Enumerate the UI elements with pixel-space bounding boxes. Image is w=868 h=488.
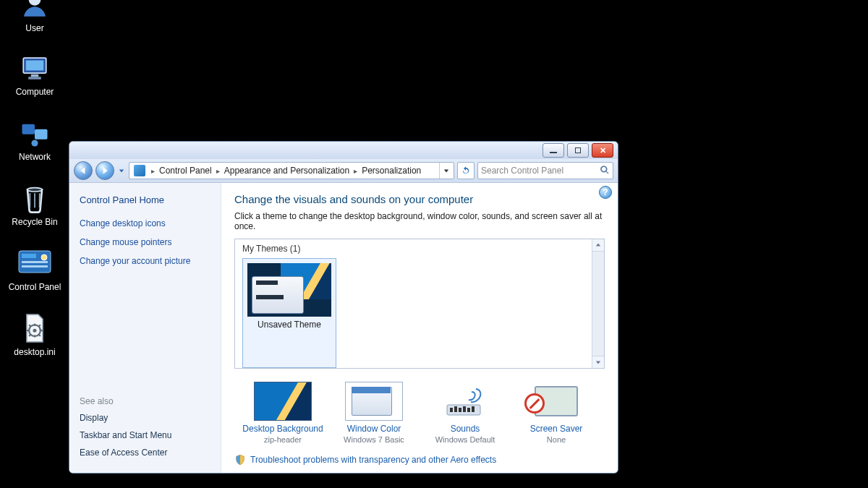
- desktop-icon-network[interactable]: Network: [6, 116, 64, 162]
- svg-point-11: [41, 254, 47, 260]
- window-color-title: Window Color: [331, 424, 417, 434]
- sounds-title: Sounds: [422, 424, 508, 434]
- settings-row: Desktop Background zip-header Window Col…: [234, 382, 605, 444]
- desktop-icon-label: Recycle Bin: [6, 217, 64, 227]
- breadcrumb-separator-icon: ▸: [354, 167, 357, 175]
- svg-point-7: [31, 140, 38, 146]
- crumb-control-panel[interactable]: Control Panel: [158, 166, 213, 176]
- breadcrumb-separator-icon: ▸: [151, 167, 155, 175]
- breadcrumb[interactable]: ▸ Control Panel ▸ Appearance and Persona…: [129, 162, 454, 179]
- window-body: Control Panel Home Change desktop icons …: [69, 183, 618, 473]
- search-icon: [600, 165, 610, 177]
- search-placeholder: Search Control Panel: [481, 166, 563, 176]
- task-change-account-picture[interactable]: Change your account picture: [80, 256, 210, 266]
- desktop-background-value: zip-header: [240, 435, 326, 444]
- desktop-icon-user[interactable]: User: [6, 0, 64, 33]
- desktop-icon-label: Control Panel: [6, 282, 64, 292]
- sidebar: Control Panel Home Change desktop icons …: [69, 183, 221, 473]
- see-also-taskbar[interactable]: Taskbar and Start Menu: [80, 430, 210, 440]
- scroll-down-button[interactable]: [592, 356, 604, 368]
- desktop-icon-label: Network: [6, 152, 64, 162]
- desktop-background-title: Desktop Background: [240, 424, 326, 434]
- sounds-link[interactable]: Sounds Windows Default: [422, 382, 508, 444]
- svg-rect-10: [22, 254, 36, 258]
- sounds-icon: [436, 382, 494, 421]
- maximize-button[interactable]: [567, 143, 589, 158]
- svg-rect-13: [22, 265, 48, 267]
- nav-forward-button[interactable]: [95, 161, 114, 180]
- svg-rect-20: [463, 406, 466, 412]
- page-title: Change the visuals and sounds on your co…: [234, 193, 605, 205]
- svg-rect-3: [31, 74, 39, 77]
- themes-scrollbar[interactable]: [592, 239, 604, 368]
- refresh-button[interactable]: [457, 162, 475, 179]
- desktop-background-icon: [254, 382, 312, 421]
- titlebar[interactable]: [69, 142, 618, 159]
- see-also-display[interactable]: Display: [80, 413, 210, 423]
- svg-rect-19: [459, 408, 461, 412]
- svg-point-15: [33, 329, 36, 333]
- window-color-link[interactable]: Window Color Windows 7 Basic: [331, 382, 417, 444]
- nav-history-dropdown[interactable]: [117, 163, 126, 179]
- desktop-icon-recycle-bin[interactable]: Recycle Bin: [6, 181, 64, 227]
- shield-icon: [234, 454, 246, 466]
- theme-unsaved[interactable]: Unsaved Theme: [242, 258, 336, 368]
- close-button[interactable]: [592, 143, 613, 158]
- see-also-header: See also: [80, 396, 210, 406]
- desktop-icon-label: desktop.ini: [6, 347, 64, 357]
- desktop-icon-desktop-ini[interactable]: desktop.ini: [6, 311, 64, 357]
- crumb-personalization[interactable]: Personalization: [360, 166, 422, 176]
- svg-rect-17: [450, 408, 453, 412]
- desktop-background-link[interactable]: Desktop Background zip-header: [240, 382, 326, 444]
- screen-saver-title: Screen Saver: [514, 424, 599, 434]
- page-subtext: Click a theme to change the desktop back…: [234, 211, 605, 231]
- control-panel-icon: [134, 165, 145, 176]
- svg-rect-22: [472, 406, 475, 412]
- desktop-ini-icon: [17, 311, 52, 346]
- task-change-desktop-icons[interactable]: Change desktop icons: [80, 218, 210, 228]
- svg-rect-21: [467, 408, 470, 412]
- desktop-icon-computer[interactable]: Computer: [6, 51, 64, 97]
- my-themes-group-label: My Themes (1): [235, 239, 604, 258]
- window-color-icon: [345, 382, 403, 421]
- user-icon: [17, 0, 52, 22]
- svg-point-8: [27, 188, 42, 192]
- crumb-appearance[interactable]: Appearance and Personalization: [223, 166, 351, 176]
- search-input[interactable]: Search Control Panel: [477, 162, 613, 179]
- svg-rect-2: [26, 61, 44, 71]
- task-change-mouse-pointers[interactable]: Change mouse pointers: [80, 237, 210, 247]
- control-panel-icon: [17, 246, 52, 281]
- desktop-icon-control-panel[interactable]: Control Panel: [6, 246, 64, 292]
- computer-icon: [17, 51, 52, 85]
- content-area: ? Change the visuals and sounds on your …: [221, 183, 618, 473]
- breadcrumb-dropdown[interactable]: [439, 163, 452, 179]
- minimize-button[interactable]: [542, 143, 564, 158]
- screen-saver-icon: [527, 382, 585, 421]
- svg-point-0: [29, 0, 41, 6]
- theme-label: Unsaved Theme: [247, 320, 331, 330]
- troubleshoot-label: Troubleshoot problems with transparency …: [250, 455, 496, 465]
- svg-rect-5: [22, 124, 35, 134]
- breadcrumb-separator-icon: ▸: [216, 167, 220, 175]
- see-also-ease-of-access[interactable]: Ease of Access Center: [80, 448, 210, 458]
- theme-thumbnail: [247, 263, 331, 317]
- sounds-value: Windows Default: [422, 435, 508, 444]
- address-bar: ▸ Control Panel ▸ Appearance and Persona…: [69, 159, 618, 183]
- svg-rect-6: [35, 129, 48, 140]
- network-icon: [17, 116, 52, 150]
- svg-rect-18: [454, 406, 457, 412]
- control-panel-home-link[interactable]: Control Panel Home: [80, 194, 210, 205]
- window-color-value: Windows 7 Basic: [331, 435, 417, 444]
- troubleshoot-link[interactable]: Troubleshoot problems with transparency …: [234, 454, 605, 466]
- help-icon[interactable]: ?: [599, 186, 612, 199]
- screen-saver-link[interactable]: Screen Saver None: [514, 382, 599, 444]
- svg-rect-12: [22, 261, 48, 263]
- nav-back-button[interactable]: [74, 161, 93, 180]
- desktop-icon-label: User: [6, 23, 64, 33]
- scroll-up-button[interactable]: [592, 239, 604, 252]
- screen-saver-value: None: [514, 435, 599, 444]
- prohibit-icon: [524, 393, 545, 414]
- desktop-icon-label: Computer: [6, 87, 64, 97]
- personalization-window: ▸ Control Panel ▸ Appearance and Persona…: [69, 141, 618, 474]
- recycle-bin-icon: [17, 181, 52, 215]
